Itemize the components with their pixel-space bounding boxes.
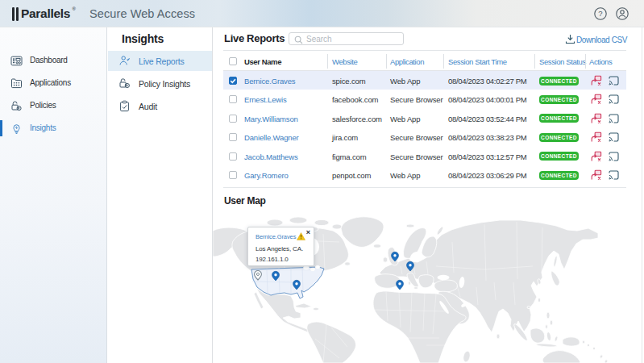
svg-text:?: ? <box>598 9 602 18</box>
